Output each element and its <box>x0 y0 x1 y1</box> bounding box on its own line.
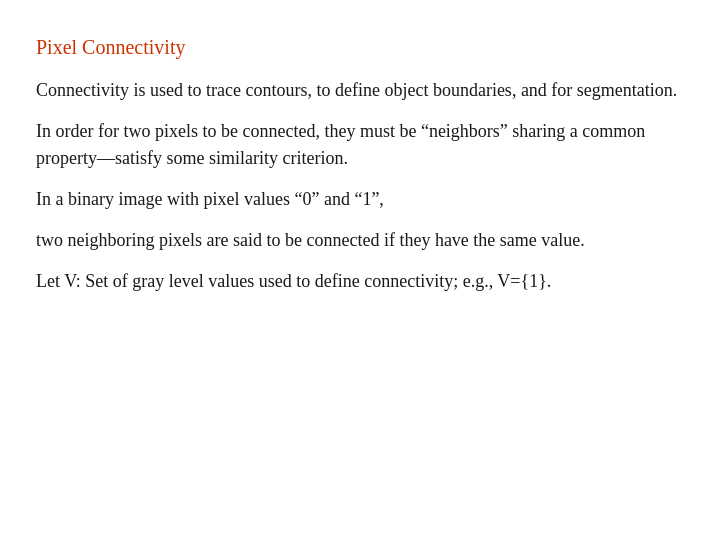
paragraph-3: In a binary image with pixel values “0” … <box>36 186 680 213</box>
paragraph-4: two neighboring pixels are said to be co… <box>36 227 680 254</box>
paragraph-5: Let V: Set of gray level values used to … <box>36 268 680 295</box>
page-container: Pixel Connectivity Connectivity is used … <box>0 0 720 540</box>
paragraph-2: In order for two pixels to be connected,… <box>36 118 680 172</box>
paragraph-1: Connectivity is used to trace contours, … <box>36 77 680 104</box>
page-title: Pixel Connectivity <box>36 36 680 59</box>
